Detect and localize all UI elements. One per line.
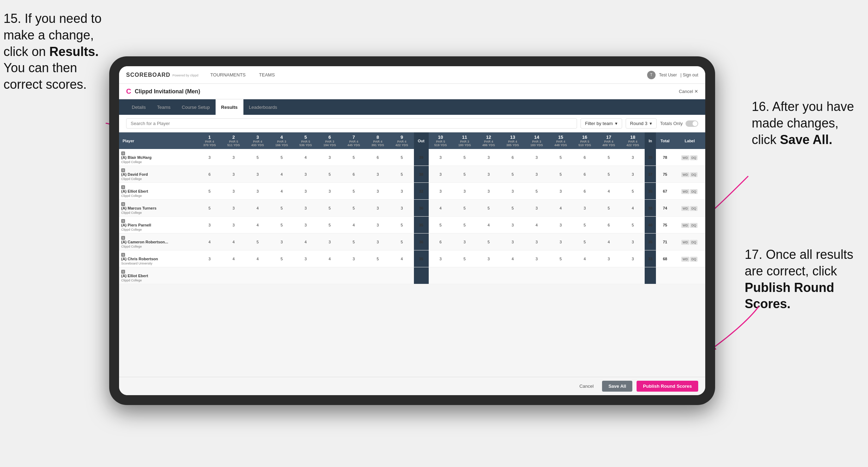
score-back-7-9: [621, 267, 645, 284]
out-score-4: 35: [414, 217, 429, 234]
save-all-button[interactable]: Save All: [602, 381, 632, 392]
score-front-7-3: [246, 267, 269, 284]
filter-chevron-icon: ▾: [615, 121, 618, 126]
score-front-0-6: 3: [318, 149, 342, 166]
user-avatar: T: [647, 71, 656, 79]
tournament-header: C Clippd Invitational (Men) Cancel ✕: [119, 84, 705, 99]
score-front-0-3: 5: [246, 149, 269, 166]
round-select-button[interactable]: Round 3 ▾: [626, 118, 657, 129]
tab-teams[interactable]: Teams: [151, 99, 176, 115]
score-front-3-5: 3: [294, 200, 318, 217]
score-back-6-4: 4: [501, 250, 525, 267]
filter-bar: Filter by team ▾ Round 3 ▾ Totals Only: [119, 115, 705, 132]
player-badge-4: S: [121, 219, 125, 223]
label-header: Label: [674, 132, 705, 149]
score-front-3-3: 4: [246, 200, 269, 217]
score-back-5-9: 3: [621, 234, 645, 250]
score-front-7-4: [269, 267, 293, 284]
score-back-5-3: 5: [477, 234, 501, 250]
score-front-5-9: 5: [390, 234, 414, 250]
totals-only-toggle: Totals Only: [660, 120, 698, 127]
cancel-tournament-button[interactable]: Cancel ✕: [679, 89, 698, 94]
player-cell-0: S (A) Blair McHarg Clippd College: [119, 149, 198, 166]
filter-by-team-button[interactable]: Filter by team ▾: [581, 118, 622, 129]
score-front-3-4: 5: [269, 200, 293, 217]
score-back-0-9: 3: [621, 149, 645, 166]
scores-container: Player 1PAR 4370 YDS 2PAR 5511 YDS 3PAR …: [119, 132, 705, 377]
player-badge-5: S: [121, 236, 125, 240]
player-name-0: (A) Blair McHarg: [121, 155, 196, 160]
out-score-3: 36: [414, 200, 429, 217]
player-cell-4: S (A) Piers Parnell Clippd College: [119, 217, 198, 234]
cancel-button[interactable]: Cancel: [575, 381, 598, 391]
in-score-6: 33: [645, 250, 656, 267]
scores-table: Player 1PAR 4370 YDS 2PAR 5511 YDS 3PAR …: [119, 132, 705, 284]
score-front-1-4: 4: [269, 166, 293, 183]
tab-leaderboards[interactable]: Leaderboards: [243, 99, 283, 115]
tab-details[interactable]: Details: [126, 99, 151, 115]
nav-links: TOURNAMENTS TEAMS: [209, 72, 647, 77]
player-team-6: Scoreboard University: [121, 262, 153, 265]
score-back-0-2: 5: [453, 149, 477, 166]
player-badge-1: S: [121, 168, 125, 172]
search-input[interactable]: [126, 118, 577, 129]
score-front-4-4: 5: [269, 217, 293, 234]
nav-teams[interactable]: TEAMS: [258, 72, 276, 77]
score-back-3-4: 5: [501, 200, 525, 217]
score-front-6-7: 3: [342, 250, 366, 267]
score-front-3-2: 3: [222, 200, 246, 217]
score-front-7-9: [390, 267, 414, 284]
hole-15-header: 15PAR 4448 YDS: [549, 132, 573, 149]
label-cell: WDDQ: [674, 250, 705, 267]
score-front-7-8: [366, 267, 390, 284]
score-back-4-3: 4: [477, 217, 501, 234]
tablet-screen: SCOREBOARD Powered by clippd TOURNAMENTS…: [119, 66, 705, 395]
label-cell: WDDQ: [674, 200, 705, 217]
score-front-0-2: 3: [222, 149, 246, 166]
score-front-5-1: 4: [198, 234, 222, 250]
table-row: S (A) Blair McHarg Clippd College 335543…: [119, 149, 705, 166]
score-front-2-2: 3: [222, 183, 246, 200]
totals-toggle-switch[interactable]: [686, 120, 698, 127]
score-front-2-9: 3: [390, 183, 414, 200]
player-team-3: Clippd College: [121, 211, 142, 214]
label-wd: WD: [681, 223, 689, 228]
label-cell: WDDQ: [674, 234, 705, 250]
instruction-16-text: 16. After you have made changes, click S…: [752, 99, 854, 147]
label-wd: WD: [681, 206, 689, 211]
in-score-2: 35: [645, 183, 656, 200]
out-score-0: 39: [414, 149, 429, 166]
score-back-1-6: 5: [549, 166, 573, 183]
out-score-7: [414, 267, 429, 284]
score-back-2-8: 4: [597, 183, 621, 200]
sign-out[interactable]: | Sign out: [681, 73, 698, 77]
score-back-6-1: 3: [429, 250, 453, 267]
tab-results[interactable]: Results: [216, 99, 243, 115]
score-back-5-2: 3: [453, 234, 477, 250]
score-back-5-5: 3: [525, 234, 548, 250]
player-badge-0: S: [121, 151, 125, 155]
in-score-3: 38: [645, 200, 656, 217]
label-dq: DQ: [690, 172, 698, 177]
hole-18-header: 18PAR 4422 YDS: [621, 132, 645, 149]
nav-tournaments[interactable]: TOURNAMENTS: [209, 72, 247, 77]
player-cell-7: S (A) Elliot Ebert Clippd College: [119, 267, 198, 284]
score-back-7-7: [573, 267, 597, 284]
score-front-2-7: 5: [342, 183, 366, 200]
score-front-6-1: 3: [198, 250, 222, 267]
score-back-7-6: [549, 267, 573, 284]
hole-13-header: 13PAR 4385 YDS: [501, 132, 525, 149]
score-back-3-9: 4: [621, 200, 645, 217]
filter-by-team-label: Filter by team: [585, 121, 613, 126]
tab-course-setup[interactable]: Course Setup: [176, 99, 216, 115]
player-badge-2: S: [121, 185, 125, 189]
score-back-7-3: [477, 267, 501, 284]
label-dq: DQ: [690, 155, 698, 160]
player-cell-5: S (A) Cameron Robertson... Clippd Colleg…: [119, 234, 198, 250]
score-back-4-7: 5: [573, 217, 597, 234]
publish-round-scores-button[interactable]: Publish Round Scores: [637, 381, 698, 392]
user-name: Test User: [659, 73, 677, 77]
score-front-6-9: 4: [390, 250, 414, 267]
score-front-3-9: 3: [390, 200, 414, 217]
player-team-4: Clippd College: [121, 228, 142, 231]
